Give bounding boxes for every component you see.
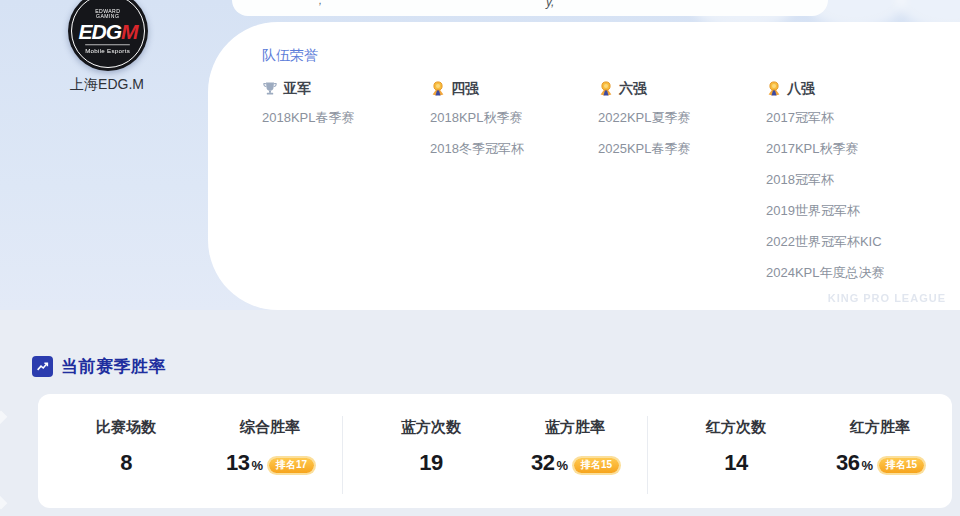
medal-icon [598, 81, 614, 97]
tier-label: 亚军 [283, 80, 311, 98]
honor-item: 2025KPL春季赛 [598, 142, 766, 156]
stat-value-row: 19 [359, 450, 503, 476]
season-stats-header: 当前赛季胜率 [32, 355, 166, 378]
team-identity-panel: EDWARD GAMING EDGM Mobile Esports 上海EDG.… [0, 0, 208, 310]
honors-card: 队伍荣誉 亚军 2018KPL春季赛 [208, 22, 960, 310]
tier-label: 六强 [619, 80, 647, 98]
honor-item: 2018KPL秋季赛 [430, 111, 598, 125]
honor-item: 2024KPL年度总决赛 [766, 266, 885, 280]
trend-chart-icon [32, 356, 53, 377]
tier-label: 四强 [451, 80, 479, 98]
logo-top-text: EDWARD GAMING [95, 9, 120, 19]
percent-sign: % [861, 458, 873, 473]
stat-value-row: 36% 排名15 [808, 450, 952, 476]
team-logo: EDWARD GAMING EDGM Mobile Esports [68, 0, 148, 71]
stat-label: 综合胜率 [198, 418, 342, 437]
team-profile-page: y, , EDWARD GAMING EDGM Mobile Esports 上… [0, 0, 960, 516]
honor-item: 2017冠军杯 [766, 111, 885, 125]
stat-label: 蓝方次数 [359, 418, 503, 437]
stat-group-overall: 比赛场数 8 综合胜率 13% 排名17 [38, 394, 342, 508]
stat-value-row: 14 [664, 450, 808, 476]
team-logo-ring: EDWARD GAMING EDGM Mobile Esports [71, 0, 145, 68]
stat-label: 蓝方胜率 [503, 418, 647, 437]
tier-header: 六强 [598, 80, 766, 98]
season-stats-title: 当前赛季胜率 [61, 355, 166, 378]
medal-icon [430, 81, 446, 97]
honor-item: 2018KPL春季赛 [262, 111, 430, 125]
percent-sign: % [556, 458, 568, 473]
honor-column-runnerup: 亚军 2018KPL春季赛 [262, 80, 430, 297]
honor-item: 2022世界冠军杯KIC [766, 235, 885, 249]
team-name: 上海EDG.M [27, 76, 187, 94]
trophy-icon [262, 81, 278, 97]
honor-item: 2018冠军杯 [766, 173, 885, 187]
logo-sub-text: Mobile Esports [86, 44, 131, 54]
stat-group-red-side: 红方次数 14 红方胜率 36% 排名15 [648, 394, 952, 508]
honor-item: 2017KPL秋季赛 [766, 142, 885, 156]
percent-sign: % [251, 458, 263, 473]
honor-item: 2018冬季冠军杯 [430, 142, 598, 156]
stat-value: 13 [226, 450, 249, 476]
stat-value: 14 [724, 450, 747, 476]
stat-blue-side-count: 蓝方次数 19 [359, 418, 503, 508]
honors-grid: 亚军 2018KPL春季赛 四强 [262, 80, 885, 297]
logo-edg-text: EDG [78, 20, 121, 43]
medal-icon [766, 81, 782, 97]
stat-value-row: 13% 排名17 [198, 450, 342, 476]
logo-m-text: M [121, 20, 138, 43]
stat-red-side-count: 红方次数 14 [664, 418, 808, 508]
cutoff-text-fragment: , [319, 0, 322, 7]
season-stats-card: 比赛场数 8 综合胜率 13% 排名17 蓝方次数 19 [38, 394, 952, 508]
stat-matches-played: 比赛场数 8 [54, 418, 198, 508]
stat-value: 32 [531, 450, 554, 476]
stat-value: 36 [836, 450, 859, 476]
stat-blue-side-winrate: 蓝方胜率 32% 排名15 [503, 418, 647, 508]
honor-column-top4: 四强 2018KPL秋季赛 2018冬季冠军杯 [430, 80, 598, 297]
honor-column-top6: 六强 2022KPL夏季赛 2025KPL春季赛 [598, 80, 766, 297]
stat-value: 19 [419, 450, 442, 476]
stat-label: 红方次数 [664, 418, 808, 437]
rank-badge: 排名15 [574, 458, 619, 473]
stat-value-row: 32% 排名15 [503, 450, 647, 476]
stat-value: 8 [120, 450, 132, 476]
stat-group-blue-side: 蓝方次数 19 蓝方胜率 32% 排名15 [343, 394, 647, 508]
tier-header: 八强 [766, 80, 885, 98]
honor-item: 2022KPL夏季赛 [598, 111, 766, 125]
honor-item: 2019世界冠军杯 [766, 204, 885, 218]
stat-label: 比赛场数 [54, 418, 198, 437]
tier-header: 四强 [430, 80, 598, 98]
stat-label: 红方胜率 [808, 418, 952, 437]
stat-overall-winrate: 综合胜率 13% 排名17 [198, 418, 342, 508]
logo-main-text: EDGM [78, 22, 137, 42]
team-header-section: y, , EDWARD GAMING EDGM Mobile Esports 上… [0, 0, 960, 310]
cutoff-text-fragment: y, [546, 0, 554, 8]
honor-column-top8: 八强 2017冠军杯 2017KPL秋季赛 2018冠军杯 2019世界冠军杯 … [766, 80, 885, 297]
stat-value-row: 8 [54, 450, 198, 476]
honors-title: 队伍荣誉 [262, 47, 318, 65]
rank-badge: 排名15 [879, 458, 924, 473]
tier-label: 八强 [787, 80, 815, 98]
tier-header: 亚军 [262, 80, 430, 98]
stat-red-side-winrate: 红方胜率 36% 排名15 [808, 418, 952, 508]
rank-badge: 排名17 [269, 458, 314, 473]
kpl-watermark: KING PRO LEAGUE [828, 292, 946, 304]
